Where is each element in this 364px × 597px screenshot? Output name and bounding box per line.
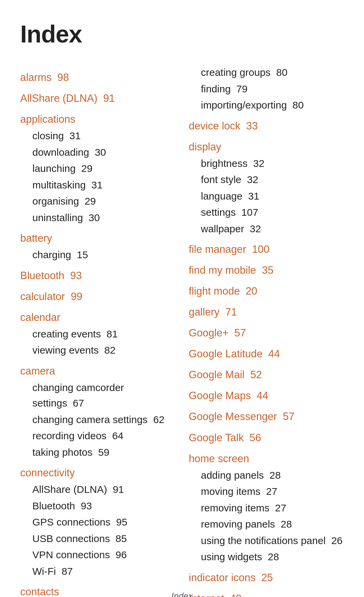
index-sub: using widgets 28 xyxy=(189,549,344,565)
index-sub: downloading 30 xyxy=(20,145,175,160)
index-sub: VPN connections 96 xyxy=(20,547,175,563)
index-term: battery xyxy=(20,230,175,246)
index-sub: finding 79 xyxy=(189,81,344,97)
index-term: Google Maps 44 xyxy=(189,388,344,404)
index-sub: USB connections 85 xyxy=(20,531,175,547)
index-sub: brightness 32 xyxy=(189,156,344,172)
index-sub: Wi-Fi 87 xyxy=(20,564,175,579)
index-term: file manager 100 xyxy=(189,241,344,258)
index-sub: viewing events 82 xyxy=(20,342,175,358)
footer: Index 122 xyxy=(0,591,364,597)
index-sub: font style 32 xyxy=(189,172,344,188)
index-sub: changing camera settings 62 xyxy=(20,412,175,428)
index-term: Google Talk 56 xyxy=(189,430,344,446)
index-sub: wallpaper 32 xyxy=(189,221,344,237)
index-sub: adding panels 28 xyxy=(189,468,344,483)
index-term: gallery 71 xyxy=(189,304,344,320)
index-term: Bluetooth 93 xyxy=(20,268,175,284)
index-term: camera xyxy=(20,363,175,379)
index-term: alarms 98 xyxy=(20,69,175,86)
index-sub: organising 29 xyxy=(20,193,175,209)
index-term: calendar xyxy=(20,309,175,326)
index-term: Google Mail 52 xyxy=(189,367,344,383)
index-sub: settings 107 xyxy=(189,205,344,220)
index-term: Google Latitude 44 xyxy=(189,346,344,362)
index-term: indicator icons 25 xyxy=(189,570,344,586)
index-sub: using the notifications panel 26 xyxy=(189,533,344,549)
index-sub: removing items 27 xyxy=(189,500,344,516)
index-sub: taking photos 59 xyxy=(20,445,175,460)
index-term: home screen xyxy=(189,451,344,467)
index-term: display xyxy=(189,139,344,155)
index-term: find my mobile 35 xyxy=(189,262,344,278)
index-sub: closing 31 xyxy=(20,128,175,144)
index-content: alarms 98AllShare (DLNA) 91applicationsc… xyxy=(20,65,344,597)
footer-label: Index xyxy=(0,591,364,597)
index-sub: charging 15 xyxy=(20,247,175,263)
index-sub: creating groups 80 xyxy=(189,65,344,81)
index-term: calculator 99 xyxy=(20,289,175,305)
index-sub: changing camcorder settings 67 xyxy=(20,380,175,411)
index-term: Google+ 57 xyxy=(189,325,344,341)
index-sub: language 31 xyxy=(189,188,344,204)
right-column: creating groups 80finding 79importing/ex… xyxy=(189,65,344,597)
index-term: Google Messenger 57 xyxy=(189,409,344,425)
left-column: alarms 98AllShare (DLNA) 91applicationsc… xyxy=(20,65,189,597)
index-term: device lock 33 xyxy=(189,118,344,134)
index-sub: GPS connections 95 xyxy=(20,514,175,530)
index-sub: AllShare (DLNA) 91 xyxy=(20,482,175,498)
page-title: Index xyxy=(20,20,344,48)
index-term: AllShare (DLNA) 91 xyxy=(20,90,175,107)
index-sub: removing panels 28 xyxy=(189,516,344,532)
index-sub: launching 29 xyxy=(20,161,175,177)
index-sub: importing/exporting 80 xyxy=(189,97,344,113)
index-term: flight mode 20 xyxy=(189,283,344,299)
index-term: applications xyxy=(20,111,175,127)
index-sub: uninstalling 30 xyxy=(20,210,175,226)
index-sub: recording videos 64 xyxy=(20,428,175,444)
index-sub: multitasking 31 xyxy=(20,177,175,193)
index-sub: Bluetooth 93 xyxy=(20,498,175,514)
index-sub: moving items 27 xyxy=(189,484,344,500)
index-sub: creating events 81 xyxy=(20,326,175,342)
index-term: connectivity xyxy=(20,465,175,481)
